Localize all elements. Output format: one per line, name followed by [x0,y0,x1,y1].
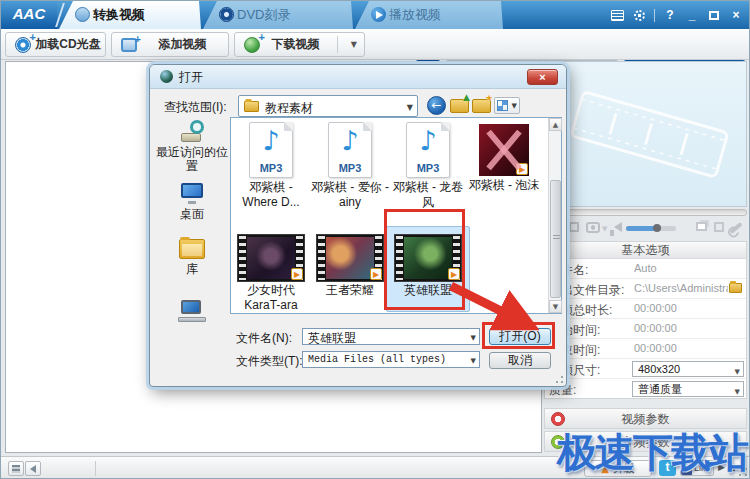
file-item-label: 邓紫棋 - Where D... [232,180,310,210]
place-libraries[interactable]: 库 [154,239,230,276]
cancel-button[interactable]: 取消 [489,352,551,369]
file-item-label: 邓紫棋 - 龙卷风 [389,180,467,210]
side-toggle-icon [30,465,36,473]
volume-knob[interactable] [653,224,661,232]
duplicate-icon[interactable] [696,222,707,231]
place-desktop[interactable]: 桌面 [154,183,230,221]
video-size-value: 480x320 [638,363,680,375]
divider [654,9,655,22]
music-note-icon: ♪ [250,125,292,156]
folder-icon [244,101,259,112]
progress-bar [544,209,747,216]
settings-button[interactable] [632,9,646,22]
tab-play-video[interactable]: 播放视频 [355,1,503,29]
desktop-icon [179,183,205,204]
grid-view-button[interactable] [8,461,24,476]
album-art-thumbnail: ▶ [479,124,529,176]
place-recent[interactable]: 最近访问的位置 [154,120,230,173]
dvd-disc-icon [219,7,234,22]
file-name-label: 文件名(N): [236,330,292,347]
load-cd-label: 加载CD光盘 [31,36,105,53]
option-row-quality: 质量: 普通质量▼ [545,379,746,399]
music-note-icon: ♪ [329,125,371,156]
collapse-panel-button[interactable] [25,461,41,476]
tab-convert-video[interactable]: 转换视频 [59,1,201,29]
snapshot-camera-icon[interactable] [586,222,600,233]
play-circle-icon [371,7,386,22]
volume-slider[interactable] [626,226,676,231]
file-type-select[interactable]: Media Files (all types) ▼ [302,351,480,368]
gear-icon [634,10,645,21]
scroll-up-icon[interactable]: ▲ [549,118,562,131]
video-thumbnail: ▶ [317,235,383,281]
tab-label: 转换视频 [93,7,145,22]
option-row-filename: 文件名: Auto [545,259,746,279]
file-item-video-1[interactable]: ▶ 少女时代 KaraT-ara [232,235,310,313]
file-item-mp3-1[interactable]: ♪MP3 邓紫棋 - Where D... [232,122,310,210]
file-item-label: 邓紫棋 - 泡沫 [465,178,543,193]
feedback-button[interactable] [610,9,624,22]
dialog-app-icon [160,70,173,83]
help-button[interactable]: ? [663,9,677,22]
new-folder-button[interactable] [472,99,491,113]
crop-icon[interactable] [714,222,724,232]
chevron-down-icon: ▼ [471,357,476,365]
music-note-icon: ♪ [407,125,449,156]
place-label: 最近访问的位置 [154,145,230,173]
preview-pane [544,61,747,207]
mp3-file-icon: ♪MP3 [249,122,293,178]
close-button[interactable]: × [729,9,743,22]
minimize-button[interactable]: _ [685,9,699,22]
tab-bar: AAC 转换视频 DVD刻录 播放视频 ? _ × [1,1,750,29]
dialog-close-button[interactable]: × [527,69,558,85]
chevron-down-icon[interactable]: ▼ [602,225,607,233]
dialog-resize-grip[interactable] [555,375,564,384]
option-row-start-time: 开始时间: 00:00:00 [545,319,746,339]
file-type-value: Media Files (all types) [308,354,446,365]
maximize-icon [709,11,719,20]
chevron-down-icon: ▼ [735,365,740,379]
video-params-label: 视频参数 [622,412,670,426]
file-item-mp3-2[interactable]: ♪MP3 邓紫棋 - 爱你 - ainy [311,122,389,210]
look-in-label: 查找范围(I): [164,99,227,116]
filmstrip-watermark-graphic [545,62,747,207]
look-in-select[interactable]: 教程素材 ▼ [238,95,418,117]
maximize-button[interactable] [707,9,721,22]
browse-folder-icon[interactable] [729,283,742,293]
file-item-video-2[interactable]: ▶ 王者荣耀 [311,235,389,298]
download-video-button[interactable]: 下载视频 ▼ [234,32,365,57]
up-folder-button[interactable] [450,99,469,113]
file-item-album[interactable]: ▶ 邓紫棋 - 泡沫 [465,124,543,193]
option-value: 00:00:00 [634,322,677,334]
add-video-button[interactable]: 添加视频 [111,32,229,57]
back-button[interactable]: ← [427,96,446,115]
place-computer[interactable]: 计算机 [154,300,230,324]
quality-select[interactable]: 普通质量▼ [632,381,744,397]
filmstrip-add-icon [121,38,137,52]
video-size-select[interactable]: 480x320▼ [632,361,744,377]
option-value: 00:00:00 [634,342,677,354]
file-item-mp3-3[interactable]: ♪MP3 邓紫棋 - 龙卷风 [389,122,467,210]
video-params-icon [551,412,565,426]
cd-disc-icon [15,37,31,53]
site-watermark: 极速下载站 [557,425,750,479]
app-window: AAC 转换视频 DVD刻录 播放视频 ? _ × 加载CD光盘 [0,0,750,479]
tab-dvd-burn[interactable]: DVD刻录 [203,1,353,29]
wrench-tools-icon[interactable] [729,222,742,234]
volume-speaker-icon[interactable] [614,222,622,232]
video-thumbnail: ▶ [238,235,304,281]
play-badge-icon: ▶ [291,268,303,280]
load-cd-button[interactable]: 加载CD光盘 [5,32,106,57]
chevron-down-icon[interactable]: ▼ [351,40,357,49]
dialog-title: 打开 [179,69,203,86]
option-value: C:\Users\Administrator... [634,282,728,294]
stop-icon[interactable] [569,222,579,232]
file-type-label: 文件类型(T): [236,353,303,370]
convert-video-icon [75,7,90,22]
scrollbar-thumb[interactable] [550,180,561,298]
views-button[interactable] [494,97,520,114]
app-logo: AAC [1,1,57,29]
dialog-titlebar[interactable]: 打开 × [150,65,566,89]
recent-places-icon [179,120,205,142]
file-name-value: 英雄联盟 [308,330,356,347]
